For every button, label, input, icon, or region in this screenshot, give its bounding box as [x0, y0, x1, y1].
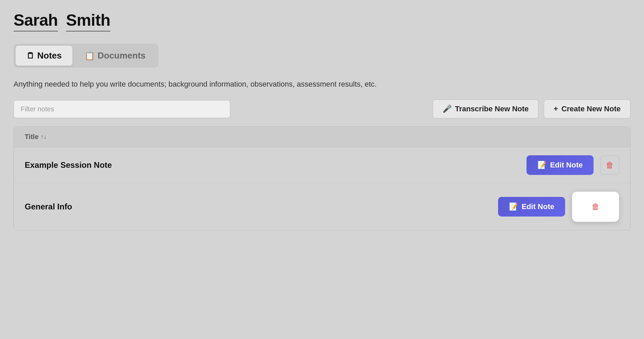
patient-first-name: Sarah [14, 11, 58, 29]
table-row: Example Session Note 📝 Edit Note 🗑 [14, 147, 630, 183]
edit-icon-1: 📝 [537, 161, 546, 170]
toolbar: 🎤 Transcribe New Note + Create New Note [14, 99, 630, 118]
trash-icon-1: 🗑 [606, 160, 614, 170]
delete-note-button-2[interactable]: 🗑 [572, 191, 619, 222]
transcribe-new-note-button[interactable]: 🎤 Transcribe New Note [433, 99, 539, 118]
tab-documents[interactable]: 📋 Documents [74, 46, 156, 66]
notes-table: Title ↑↓ Example Session Note 📝 Edit Not… [14, 127, 630, 230]
edit-note-label-2: Edit Note [521, 202, 554, 211]
tabs-container: 🗒 Notes 📋 Documents [14, 44, 158, 68]
first-name-underline [14, 31, 58, 31]
last-name-part: Smith [66, 11, 110, 31]
edit-note-button-1[interactable]: 📝 Edit Note [527, 155, 594, 175]
documents-tab-icon: 📋 [85, 51, 95, 61]
sort-icon[interactable]: ↑↓ [41, 133, 47, 140]
tab-notes[interactable]: 🗒 Notes [16, 46, 72, 66]
table-header: Title ↑↓ [14, 127, 630, 147]
edit-note-button-2[interactable]: 📝 Edit Note [498, 197, 565, 217]
table-row: General Info 📝 Edit Note 🗑 [14, 183, 630, 230]
plus-icon: + [554, 105, 558, 113]
first-name-part: Sarah [14, 11, 58, 31]
title-column-header: Title [25, 133, 39, 141]
action-buttons: 🎤 Transcribe New Note + Create New Note [433, 99, 630, 118]
note-title-2: General Info [25, 202, 498, 211]
tab-documents-label: Documents [98, 50, 146, 61]
note-title-1: Example Session Note [25, 160, 527, 170]
trash-icon-2: 🗑 [592, 202, 600, 211]
edit-note-label-1: Edit Note [550, 161, 583, 170]
delete-note-button-1[interactable]: 🗑 [600, 156, 619, 175]
notes-tab-icon: 🗒 [26, 51, 35, 61]
edit-icon-2: 📝 [509, 202, 518, 211]
row-actions-2: 📝 Edit Note 🗑 [498, 191, 619, 222]
notes-description: Anything needed to help you write docume… [14, 80, 630, 89]
row-actions-1: 📝 Edit Note 🗑 [527, 155, 619, 175]
patient-name-section: Sarah Smith [14, 11, 630, 31]
patient-last-name: Smith [66, 11, 110, 29]
microphone-icon: 🎤 [443, 105, 452, 113]
last-name-underline [66, 31, 110, 31]
create-new-note-button[interactable]: + Create New Note [544, 99, 630, 118]
tab-notes-label: Notes [37, 50, 62, 61]
transcribe-button-label: Transcribe New Note [455, 105, 529, 113]
create-button-label: Create New Note [561, 105, 621, 113]
filter-notes-input[interactable] [14, 100, 230, 118]
